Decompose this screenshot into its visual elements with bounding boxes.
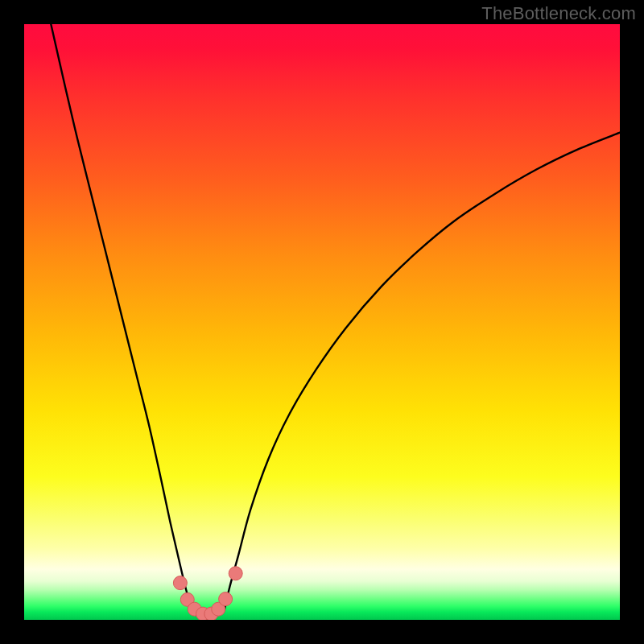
chart-frame: TheBottleneck.com (0, 0, 644, 644)
curve-layer (24, 24, 620, 620)
curve-right (225, 133, 620, 610)
watermark-text: TheBottleneck.com (481, 3, 636, 24)
bottom-markers (173, 567, 242, 620)
curve-left (51, 24, 192, 610)
marker-dot (219, 592, 233, 606)
plot-area (24, 24, 620, 620)
marker-dot (229, 567, 242, 580)
marker-dot (173, 576, 187, 590)
